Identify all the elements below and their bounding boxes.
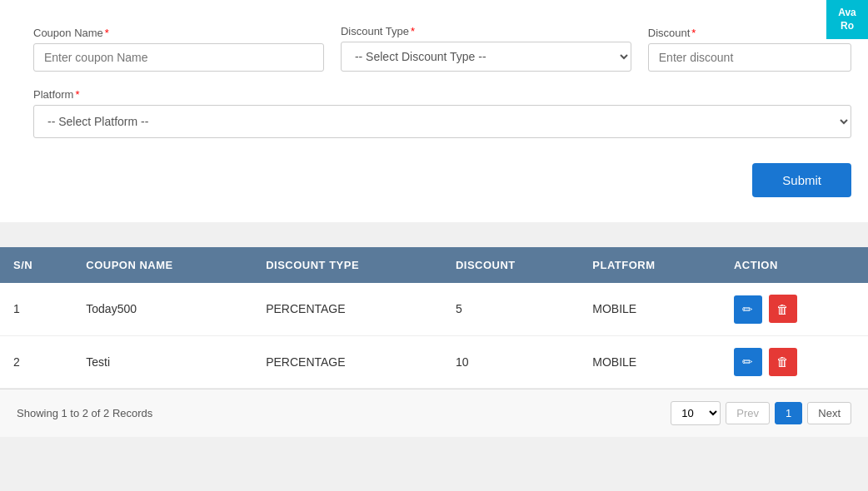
- col-sn: S/N: [0, 247, 72, 283]
- table-row: 1 Today500 PERCENTAGE 5 MOBILE ✏ 🗑: [0, 283, 868, 335]
- coupon-name-input[interactable]: [33, 43, 324, 72]
- cell-sn: 2: [0, 335, 72, 389]
- cell-platform: MOBILE: [579, 335, 721, 389]
- table-row: 2 Testi PERCENTAGE 10 MOBILE ✏ 🗑: [0, 335, 868, 389]
- discount-label: Discount*: [648, 27, 851, 39]
- coupon-name-label: Coupon Name*: [33, 27, 324, 39]
- platform-row: Platform* -- Select Platform -- MOBILE W…: [33, 88, 851, 138]
- cell-action: ✏ 🗑: [721, 283, 868, 335]
- next-button[interactable]: Next: [807, 402, 851, 424]
- table-header-row: S/N COUPON NAME DISCOUNT TYPE DISCOUNT P…: [0, 247, 868, 283]
- discount-group: Discount*: [648, 27, 851, 72]
- col-discount: DISCOUNT: [442, 247, 579, 283]
- platform-label: Platform*: [33, 88, 851, 101]
- discount-type-group: Discount Type* -- Select Discount Type -…: [341, 25, 631, 72]
- col-platform: PLATFORM: [579, 247, 721, 283]
- submit-button[interactable]: Submit: [752, 163, 851, 197]
- col-coupon-name: COUPON NAME: [72, 247, 252, 283]
- edit-button[interactable]: ✏: [734, 348, 762, 376]
- page-size-select[interactable]: 10 25 50 100: [671, 401, 721, 425]
- col-action: ACTION: [721, 247, 868, 283]
- coupon-name-group: Coupon Name*: [33, 27, 324, 72]
- table-container: S/N COUPON NAME DISCOUNT TYPE DISCOUNT P…: [0, 247, 868, 437]
- corner-badge: Ava Ro: [826, 0, 868, 39]
- coupons-table: S/N COUPON NAME DISCOUNT TYPE DISCOUNT P…: [0, 247, 868, 389]
- spacer: [0, 222, 868, 247]
- platform-group: Platform* -- Select Platform -- MOBILE W…: [33, 88, 851, 138]
- page-1-button[interactable]: 1: [775, 402, 802, 424]
- form-row-1: Coupon Name* Discount Type* -- Select Di…: [33, 25, 851, 72]
- discount-type-select[interactable]: -- Select Discount Type -- PERCENTAGE FI…: [341, 42, 631, 72]
- pagination-info: Showing 1 to 2 of 2 Records: [17, 407, 152, 419]
- cell-coupon-name: Testi: [72, 335, 252, 389]
- pagination-controls: 10 25 50 100 Prev 1 Next: [671, 401, 851, 425]
- cell-action: ✏ 🗑: [721, 335, 868, 389]
- pagination-bar: Showing 1 to 2 of 2 Records 10 25 50 100…: [0, 389, 868, 437]
- discount-input[interactable]: [648, 43, 851, 72]
- col-discount-type: DISCOUNT TYPE: [252, 247, 442, 283]
- submit-row: Submit: [33, 155, 851, 197]
- edit-button[interactable]: ✏: [734, 295, 762, 324]
- cell-discount: 10: [442, 335, 579, 389]
- delete-button[interactable]: 🗑: [769, 295, 797, 323]
- prev-button[interactable]: Prev: [726, 402, 770, 424]
- cell-coupon-name: Today500: [72, 283, 252, 335]
- form-panel: Ava Ro Coupon Name* Discount Type* -- Se…: [0, 0, 868, 222]
- cell-discount-type: PERCENTAGE: [252, 283, 442, 335]
- cell-discount: 5: [442, 283, 579, 335]
- cell-sn: 1: [0, 283, 72, 335]
- platform-select[interactable]: -- Select Platform -- MOBILE WEB ALL: [33, 105, 851, 138]
- delete-button[interactable]: 🗑: [769, 348, 797, 376]
- discount-type-label: Discount Type*: [341, 25, 631, 37]
- cell-platform: MOBILE: [579, 283, 721, 335]
- cell-discount-type: PERCENTAGE: [252, 335, 442, 389]
